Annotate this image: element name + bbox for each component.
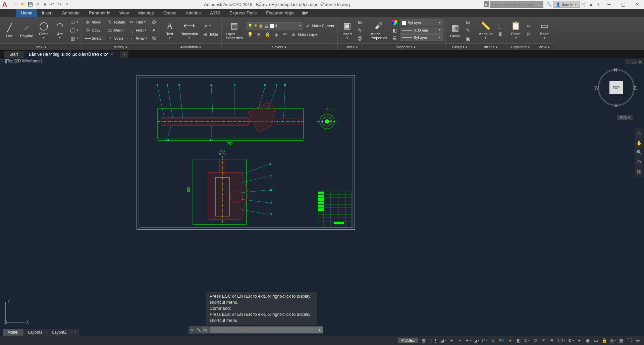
tab-parametric[interactable]: Parametric (84, 9, 115, 17)
layer-lock-icon[interactable]: 🔒 (264, 31, 272, 38)
save-icon[interactable]: 💾 (27, 1, 34, 8)
create-block-icon[interactable]: ⊞ (356, 18, 364, 26)
tab-view[interactable]: View (115, 9, 133, 17)
add-layout-button[interactable]: + (71, 329, 79, 336)
showmotion-icon[interactable]: ▦ (636, 168, 642, 175)
infocenter-icon[interactable]: 🔍 (546, 1, 553, 8)
help-search[interactable] (490, 1, 543, 8)
maximize-button[interactable]: ▢ (616, 0, 630, 9)
vp-close-icon[interactable]: ✕ (637, 59, 643, 64)
help-icon[interactable]: ? (595, 1, 602, 8)
copy-clip-icon[interactable]: ⎘ (525, 31, 533, 38)
tab-output[interactable]: Output (159, 9, 181, 17)
circle-button[interactable]: ◯Circle▼ (37, 20, 51, 40)
command-input[interactable] (210, 327, 317, 333)
customize-status-icon[interactable]: ☰ (634, 336, 642, 344)
tab-annotate[interactable]: Annotate (57, 9, 84, 17)
layer-iso-icon[interactable]: ◈ (272, 31, 280, 38)
rect-icon[interactable]: ▭▾ (69, 18, 79, 26)
auto-scale-icon[interactable]: ⊕ (548, 336, 556, 344)
osnap-icon[interactable]: ◻▾ (481, 336, 489, 344)
edit-block-icon[interactable]: ✎ (356, 27, 364, 34)
panel-title-properties[interactable]: Properties▼ (366, 43, 445, 50)
panel-title-groups[interactable]: Groups▼ (446, 43, 474, 50)
viewcube-e[interactable]: E (634, 85, 637, 91)
viewcube-n[interactable]: N (614, 67, 617, 72)
list-icon[interactable]: ☰ (390, 35, 398, 42)
hardware-accel-icon[interactable]: ▦ (617, 336, 625, 344)
ortho-icon[interactable]: ⌐ (456, 336, 464, 344)
panel-title-draw[interactable]: Draw▼ (0, 43, 82, 50)
layer-prev-icon[interactable]: ↶ (281, 31, 289, 38)
base-view-button[interactable]: ▭Base▼ (537, 20, 552, 40)
new-icon[interactable]: ▢ (12, 1, 19, 8)
text-button[interactable]: AText▼ (162, 20, 177, 40)
close-button[interactable]: ✕ (631, 0, 644, 9)
clean-screen-icon[interactable]: ⛶ (626, 336, 634, 344)
lineweight-combo[interactable]: 0.30 mm▼ (400, 27, 443, 34)
file-tab-start[interactable]: Start (4, 51, 23, 58)
vp-minimize-icon[interactable]: ─ (625, 59, 631, 64)
annotation-scale-icon[interactable]: ⚖ (531, 336, 539, 344)
close-tab-icon[interactable]: ✕ (110, 52, 113, 57)
minimize-button[interactable]: ─ (602, 0, 616, 9)
add-tab-button[interactable]: + (120, 51, 128, 58)
polar-icon[interactable]: ✦▾ (464, 336, 472, 344)
saveas-icon[interactable]: ⎘ (34, 1, 41, 8)
panel-title-layers[interactable]: Layers▼ (222, 43, 337, 50)
layout-tab-2[interactable]: Layout2 (47, 329, 71, 336)
arc-button[interactable]: ◠Arc▼ (53, 20, 67, 40)
group-edit-icon[interactable]: ✎ (464, 27, 472, 34)
units-icon[interactable]: ◉ (584, 336, 592, 344)
print-icon[interactable]: 🖨 (42, 1, 48, 8)
orbit-icon[interactable]: ⟲ (636, 158, 642, 165)
scale-button[interactable]: ⤢Scale (106, 35, 126, 42)
layer-off-icon[interactable]: 💡 (246, 31, 254, 38)
dimension-button[interactable]: ⟷Dimension▼ (178, 20, 200, 40)
undo-icon[interactable]: ↶ (49, 1, 56, 8)
search-go-icon[interactable]: ▶ (484, 1, 489, 7)
layout-tab-1[interactable]: Layout1 (23, 329, 48, 336)
panel-title-modify[interactable]: Modify▼ (82, 43, 160, 50)
a360-icon[interactable]: ▲ (588, 1, 594, 8)
app-logo[interactable]: A (0, 0, 9, 9)
linetype-combo[interactable]: ByLayer▼ (400, 34, 443, 41)
workspace-icon[interactable]: ⚙▾ (567, 336, 575, 344)
quick-calc-icon[interactable]: 🖩 (496, 31, 504, 38)
panel-title-clipboard[interactable]: Clipboard▼ (506, 43, 535, 50)
viewcube-top[interactable]: TOP (609, 81, 623, 94)
ellipse-icon[interactable]: ◯▾ (69, 27, 79, 34)
isolate-icon[interactable]: ◎▾ (609, 336, 617, 344)
hatch-icon[interactable]: ▨▾ (69, 35, 79, 42)
panel-title-utilities[interactable]: Utilities▼ (474, 43, 506, 50)
trim-button[interactable]: ✂Trim ▾ (128, 18, 149, 26)
tab-insert[interactable]: Insert (37, 9, 58, 17)
viewcube-w[interactable]: W (594, 85, 599, 91)
erase-icon[interactable]: ∅ (150, 18, 158, 26)
mirror-button[interactable]: ⧋Mirror (106, 27, 126, 34)
polyline-button[interactable]: ⟋Polyline (18, 22, 35, 39)
annotation-monitor-icon[interactable]: + (575, 336, 583, 344)
otrack-icon[interactable]: ⊡▾ (498, 336, 506, 344)
tab-a360[interactable]: A360 (205, 9, 225, 17)
color-wheel-icon[interactable] (390, 18, 398, 26)
rotate-button[interactable]: ↻Rotate (106, 18, 126, 26)
full-nav-wheel-icon[interactable]: ⊙ (636, 130, 642, 137)
pan-icon[interactable]: ✋ (636, 140, 642, 146)
tab-featured[interactable]: Featured Apps (261, 9, 299, 17)
color-combo[interactable]: ByLayer▼ (400, 19, 443, 26)
leader-icon[interactable]: ↗▾ (201, 22, 219, 30)
annotation-visibility-icon[interactable]: 👁 (540, 336, 548, 344)
view-cube[interactable]: TOP N E S W (598, 69, 635, 106)
quick-props-icon[interactable]: ▭ (592, 336, 600, 344)
grid-icon[interactable]: ▦ (420, 336, 428, 344)
drawing-canvas[interactable]: ─ ▢ ✕ 789 TL 1:1 1 2 (0, 58, 644, 336)
infer-icon[interactable]: ◢▾ (439, 336, 447, 344)
open-icon[interactable]: 📂 (19, 1, 26, 8)
tab-home[interactable]: Home (16, 9, 37, 17)
tab-express[interactable]: Express Tools (225, 9, 262, 17)
iso-icon[interactable]: ◢▾ (473, 336, 481, 344)
cycling-icon[interactable]: ↻▾ (523, 336, 531, 344)
snap-icon[interactable]: ⋮⋮ (428, 336, 439, 344)
stretch-button[interactable]: ⟷Stretch (84, 35, 105, 42)
